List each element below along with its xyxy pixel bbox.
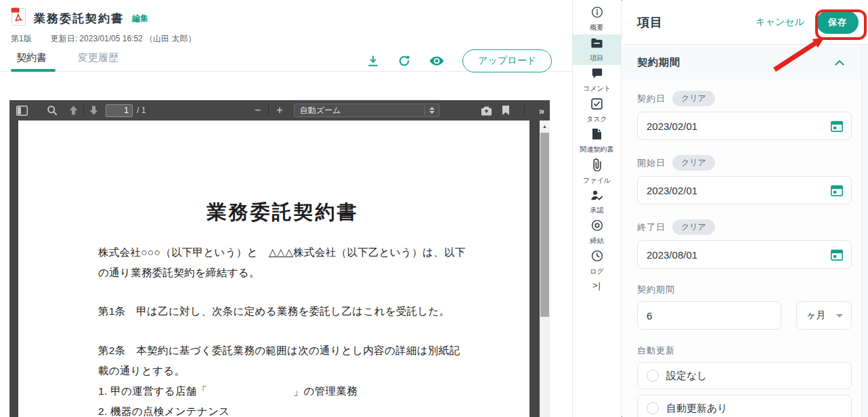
clear-chip[interactable]: クリア <box>672 155 715 171</box>
fields-panel: 項目 キャンセル 保存 契約期間 契約日 クリア <box>622 0 868 417</box>
page-down-icon[interactable] <box>89 105 99 116</box>
paperclip-icon <box>592 158 602 174</box>
search-icon[interactable] <box>47 105 58 116</box>
person-check-icon <box>590 190 603 204</box>
download-icon[interactable] <box>366 54 380 68</box>
zoom-select-caret-icon <box>425 106 435 115</box>
pdf-doc-title: 業務委託契約書 <box>98 199 467 226</box>
chevron-up-icon[interactable] <box>834 57 845 69</box>
sidebar-item-overview[interactable]: 概要 <box>573 4 621 35</box>
edit-link[interactable]: 編集 <box>132 13 148 24</box>
term-unit-select[interactable]: ヶ月 <box>796 301 852 330</box>
sidebar-item-files[interactable]: ファイル <box>573 156 621 187</box>
sidebar-item-approval[interactable]: 承認 <box>573 187 621 217</box>
chevron-down-icon <box>836 314 843 317</box>
section-contract-period[interactable]: 契約期間 <box>622 45 861 80</box>
sidebar-item-comments[interactable]: コメント <box>573 65 621 95</box>
toolbar-separator <box>83 105 84 116</box>
tab-contract[interactable]: 契約書 <box>16 51 47 64</box>
contract-date-input[interactable] <box>637 112 852 140</box>
field-label: 契約日 <box>637 93 666 105</box>
zoom-select-label: 自動ズーム <box>300 105 341 116</box>
zoom-select[interactable]: 自動ズーム <box>294 104 439 117</box>
clear-chip[interactable]: クリア <box>672 91 715 106</box>
pdf-viewer: / 1 − + 自動ズーム <box>9 100 550 417</box>
sidebar-toggle-icon[interactable] <box>16 106 28 116</box>
active-tab-indicator <box>11 69 56 72</box>
field-start-date: 開始日 クリア <box>637 155 852 204</box>
zoom-out-button[interactable]: − <box>252 104 263 116</box>
checkbox-icon <box>591 98 603 112</box>
term-value-input[interactable] <box>637 301 781 330</box>
start-date-input[interactable] <box>637 176 852 204</box>
toolbar-separator <box>268 105 269 116</box>
pdf-paragraph: 第1条 甲は乙に対し、次条に定める業務を委託し乙はこれを受託した。 <box>98 301 467 322</box>
calendar-icon[interactable] <box>830 183 844 200</box>
radio-option-no-setting[interactable]: 設定なし <box>637 362 852 389</box>
field-label: 終了日 <box>637 221 666 234</box>
field-end-date: 終了日 クリア <box>637 219 852 269</box>
toolbar-separator <box>524 105 525 116</box>
pdf-page: 業務委託契約書 株式会社○○○（以下甲という）と △△△株式会社（以下乙という）… <box>18 120 529 417</box>
document-actions: アップロード <box>366 49 552 73</box>
panel-content: 契約日 クリア 開始日 クリア <box>622 80 861 417</box>
clock-icon <box>591 250 603 265</box>
sidebar-item-tasks[interactable]: タスク <box>573 95 621 126</box>
pdf-body: 業務委託契約書 株式会社○○○（以下甲という）と △△△株式会社（以下乙という）… <box>9 120 550 417</box>
bookmark-icon[interactable] <box>502 105 510 116</box>
pdf-toolbar: / 1 − + 自動ズーム <box>9 100 550 120</box>
calendar-icon[interactable] <box>830 248 844 264</box>
cancel-button[interactable]: キャンセル <box>756 16 804 28</box>
panel-header: 項目 キャンセル 保存 <box>622 0 868 45</box>
field-label: 開始日 <box>637 157 666 169</box>
refresh-icon[interactable] <box>397 54 411 68</box>
page-up-icon[interactable] <box>68 105 79 116</box>
sidebar-item-fields[interactable]: 項目 <box>573 35 621 65</box>
target-icon <box>591 219 603 234</box>
sidebar-item-conclusion[interactable]: 締結 <box>573 217 621 248</box>
field-auto-renewal: 自動更新 設定なし 自動更新あり 自動更新なし <box>637 345 852 417</box>
term-unit-label: ヶ月 <box>806 309 825 322</box>
clear-chip[interactable]: クリア <box>672 219 715 235</box>
section-title: 契約期間 <box>637 56 834 69</box>
page-title: 業務委託契約書 <box>34 11 124 26</box>
version-label: 第1版 <box>11 33 32 45</box>
panel-scrollbar[interactable] <box>861 45 868 417</box>
panel-title: 項目 <box>637 14 756 30</box>
end-date-input[interactable] <box>637 240 852 269</box>
pdf-file-icon <box>11 7 26 29</box>
pdf-scrollbar[interactable]: ▲ <box>540 120 550 417</box>
upload-button[interactable]: アップロード <box>462 49 552 72</box>
sidebar-item-related-contracts[interactable]: 関連契約書 <box>573 126 621 156</box>
zoom-in-button[interactable]: + <box>274 104 285 116</box>
main-area: 業務委託契約書 編集 第1版 更新日: 2023/01/05 16:52 （山田… <box>0 0 572 417</box>
document-icon <box>592 128 602 143</box>
tab-change-history[interactable]: 変更履歴 <box>78 51 118 64</box>
preview-eye-icon[interactable] <box>429 54 445 68</box>
scroll-up-button[interactable]: ▲ <box>540 120 550 131</box>
save-button[interactable]: 保存 <box>817 11 859 34</box>
pdf-paragraph: 第2条 本契約に基づく委託業務の範囲は次の通りとし内容の詳細は別紙記載の通りとす… <box>98 341 467 381</box>
page-number-input[interactable] <box>106 104 133 117</box>
sidebar-collapse-button[interactable]: >| <box>573 280 621 290</box>
radio-option-auto-renew-yes[interactable]: 自動更新あり <box>637 395 852 417</box>
field-contract-date: 契約日 クリア <box>637 91 852 140</box>
more-tools-button[interactable]: » <box>539 105 544 116</box>
pdf-list-item: 1. 甲の運営する店舗「 」の管理業務 <box>98 381 467 401</box>
info-icon <box>591 6 603 21</box>
app-window: 業務委託契約書 編集 第1版 更新日: 2023/01/05 16:52 （山田… <box>0 0 868 417</box>
document-header: 業務委託契約書 編集 <box>11 7 148 29</box>
document-meta: 第1版 更新日: 2023/01/05 16:52 （山田 太郎） <box>11 33 196 45</box>
toolbar-right-group: » <box>481 105 544 116</box>
print-icon[interactable] <box>481 105 492 116</box>
field-contract-term: 契約期間 ヶ月 <box>637 284 852 330</box>
radio-icon <box>647 402 659 414</box>
zoom-controls: − + 自動ズーム <box>252 104 439 117</box>
comment-icon <box>591 68 603 82</box>
calendar-icon[interactable] <box>830 119 844 135</box>
pdf-paragraph: 株式会社○○○（以下甲という）と △△△株式会社（以下乙という）は、以下の通り業… <box>98 242 467 283</box>
sidebar-item-log[interactable]: ログ <box>573 248 621 278</box>
scrollbar-thumb[interactable] <box>540 133 549 317</box>
page-count-label: / 1 <box>137 106 146 115</box>
right-icon-rail: 概要 項目 コメント タスク 関連契約書 <box>572 0 622 417</box>
